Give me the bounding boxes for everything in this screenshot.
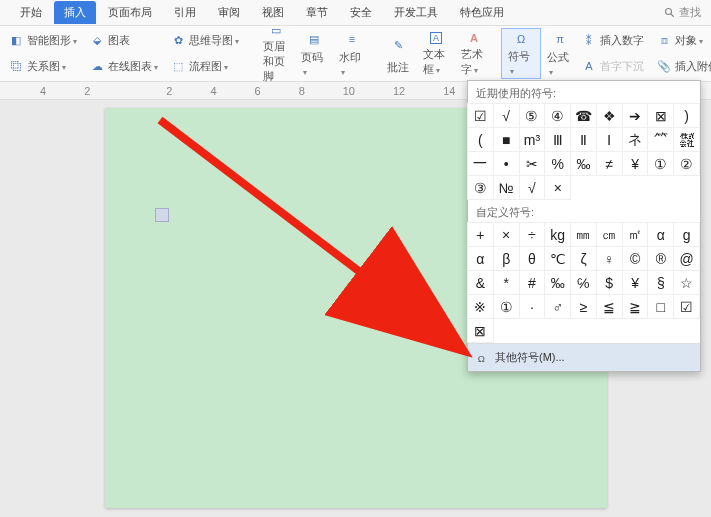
symbol-cell[interactable]: β bbox=[493, 246, 520, 271]
tab-view[interactable]: 视图 bbox=[252, 1, 294, 24]
symbol-cell[interactable]: ㎝ bbox=[596, 222, 623, 247]
symbol-cell[interactable]: § bbox=[647, 270, 674, 295]
symbol-cell[interactable]: ✂ bbox=[519, 151, 546, 176]
symbol-cell[interactable]: ※ bbox=[467, 294, 494, 319]
symbol-cell[interactable]: ☑ bbox=[467, 103, 494, 128]
symbol-button[interactable]: Ω符号 bbox=[501, 28, 541, 79]
textbox-button[interactable]: A文本框 bbox=[417, 28, 455, 79]
symbol-cell[interactable]: ‰ bbox=[544, 270, 571, 295]
symbol-cell[interactable]: ㎡ bbox=[622, 222, 649, 247]
symbol-cell[interactable]: m³ bbox=[519, 127, 546, 152]
symbol-cell[interactable]: Ⅲ bbox=[544, 127, 571, 152]
symbol-cell[interactable]: g bbox=[673, 222, 700, 247]
header-footer-icon: ▭ bbox=[263, 24, 289, 37]
flowchart-button[interactable]: ⬚流程图 bbox=[168, 56, 241, 76]
insert-number-button[interactable]: ⁑插入数字 bbox=[579, 31, 646, 51]
symbol-cell[interactable]: ζ bbox=[570, 246, 597, 271]
symbol-cell[interactable]: ☑ bbox=[673, 294, 700, 319]
symbol-cell[interactable]: % bbox=[544, 151, 571, 176]
symbol-cell[interactable]: kg bbox=[544, 222, 571, 247]
symbol-cell[interactable]: ② bbox=[673, 151, 700, 176]
tab-review[interactable]: 审阅 bbox=[208, 1, 250, 24]
symbol-cell[interactable]: α bbox=[647, 222, 674, 247]
symbol-cell[interactable]: + bbox=[467, 222, 494, 247]
symbol-cell[interactable]: ☆ bbox=[673, 270, 700, 295]
symbol-cell[interactable]: № bbox=[493, 175, 520, 200]
tab-start[interactable]: 开始 bbox=[10, 1, 52, 24]
symbol-cell[interactable]: ℅ bbox=[570, 270, 597, 295]
symbol-cell[interactable]: ③ bbox=[467, 175, 494, 200]
symbol-cell[interactable]: Ⅰ bbox=[596, 127, 623, 152]
symbol-cell[interactable]: ㍿ bbox=[673, 127, 700, 152]
tab-insert[interactable]: 插入 bbox=[54, 1, 96, 24]
symbol-cell[interactable]: ≦ bbox=[596, 294, 623, 319]
symbol-cell[interactable]: ㎜ bbox=[570, 222, 597, 247]
symbol-cell[interactable]: $ bbox=[596, 270, 623, 295]
symbol-cell[interactable]: ① bbox=[493, 294, 520, 319]
symbol-cell[interactable]: ≠ bbox=[596, 151, 623, 176]
tab-dev[interactable]: 开发工具 bbox=[384, 1, 448, 24]
symbol-cell[interactable]: ® bbox=[647, 246, 674, 271]
formula-button[interactable]: π公式 bbox=[541, 28, 579, 79]
symbol-cell[interactable]: ネ bbox=[622, 127, 649, 152]
tab-special[interactable]: 特色应用 bbox=[450, 1, 514, 24]
symbol-cell[interactable]: @ bbox=[673, 246, 700, 271]
symbol-cell[interactable]: θ bbox=[519, 246, 546, 271]
attach-button[interactable]: 📎插入附件 bbox=[654, 56, 711, 76]
symbol-cell[interactable]: × bbox=[544, 175, 571, 200]
symbol-cell[interactable]: Ⅱ bbox=[570, 127, 597, 152]
symbol-cell[interactable]: ‰ bbox=[570, 151, 597, 176]
relation-button[interactable]: ⿻关系图 bbox=[6, 56, 79, 76]
symbol-cell[interactable]: ⺮ bbox=[647, 127, 674, 152]
symbol-cell[interactable]: ♀ bbox=[596, 246, 623, 271]
symbol-cell[interactable]: ☎ bbox=[570, 103, 597, 128]
mindmap-button[interactable]: ✿思维导图 bbox=[168, 31, 241, 51]
symbol-cell[interactable]: ≧ bbox=[622, 294, 649, 319]
chart-button[interactable]: ⬙图表 bbox=[87, 31, 160, 51]
symbol-cell[interactable]: 一 bbox=[467, 151, 494, 176]
symbol-cell[interactable]: × bbox=[493, 222, 520, 247]
symbol-cell[interactable]: ♂ bbox=[544, 294, 571, 319]
symbol-cell[interactable]: ¥ bbox=[622, 270, 649, 295]
header-footer-button[interactable]: ▭页眉和页脚 bbox=[257, 28, 295, 79]
symbol-cell[interactable]: α bbox=[467, 246, 494, 271]
symbol-cell[interactable]: ④ bbox=[544, 103, 571, 128]
symbol-cell[interactable]: ⊠ bbox=[467, 318, 494, 343]
symbol-cell[interactable]: √ bbox=[493, 103, 520, 128]
symbol-cell[interactable]: ) bbox=[673, 103, 700, 128]
symbol-cell[interactable]: ➔ bbox=[622, 103, 649, 128]
page-number-button[interactable]: ▤页码 bbox=[295, 28, 333, 79]
object-button[interactable]: ⧈对象 bbox=[654, 31, 711, 51]
symbol-cell[interactable]: √ bbox=[519, 175, 546, 200]
symbol-cell[interactable]: ❖ bbox=[596, 103, 623, 128]
symbol-cell[interactable]: # bbox=[519, 270, 546, 295]
smart-shape-button[interactable]: ◧智能图形 bbox=[6, 31, 79, 51]
search-box[interactable]: 查找 bbox=[664, 5, 701, 20]
symbol-cell[interactable]: □ bbox=[647, 294, 674, 319]
symbol-cell[interactable]: • bbox=[493, 151, 520, 176]
tab-safe[interactable]: 安全 bbox=[340, 1, 382, 24]
online-chart-button[interactable]: ☁在线图表 bbox=[87, 56, 160, 76]
tab-layout[interactable]: 页面布局 bbox=[98, 1, 162, 24]
comment-button[interactable]: ✎批注 bbox=[379, 28, 417, 79]
tab-chapter[interactable]: 章节 bbox=[296, 1, 338, 24]
symbol-cell[interactable]: · bbox=[519, 294, 546, 319]
symbol-cell[interactable]: ¥ bbox=[622, 151, 649, 176]
symbol-cell[interactable]: ① bbox=[647, 151, 674, 176]
symbol-cell[interactable]: © bbox=[622, 246, 649, 271]
custom-symbols-grid: +×÷kg㎜㎝㎡αgαβθ℃ζ♀©®@&*#‰℅$¥§☆※①·♂≥≦≧□☑⊠ bbox=[468, 223, 700, 343]
wordart-button[interactable]: A艺术字 bbox=[455, 28, 493, 79]
dropcap-button: A首字下沉 bbox=[579, 56, 646, 76]
symbol-cell[interactable]: ⊠ bbox=[647, 103, 674, 128]
symbol-cell[interactable]: ( bbox=[467, 127, 494, 152]
other-symbols-button[interactable]: Ω 其他符号(M)... bbox=[468, 343, 700, 371]
symbol-cell[interactable]: ■ bbox=[493, 127, 520, 152]
symbol-cell[interactable]: & bbox=[467, 270, 494, 295]
symbol-cell[interactable]: ⑤ bbox=[519, 103, 546, 128]
symbol-cell[interactable]: ÷ bbox=[519, 222, 546, 247]
symbol-cell[interactable]: ℃ bbox=[544, 246, 571, 271]
symbol-cell[interactable]: * bbox=[493, 270, 520, 295]
watermark-button[interactable]: ≡水印 bbox=[333, 28, 371, 79]
symbol-cell[interactable]: ≥ bbox=[570, 294, 597, 319]
tab-ref[interactable]: 引用 bbox=[164, 1, 206, 24]
